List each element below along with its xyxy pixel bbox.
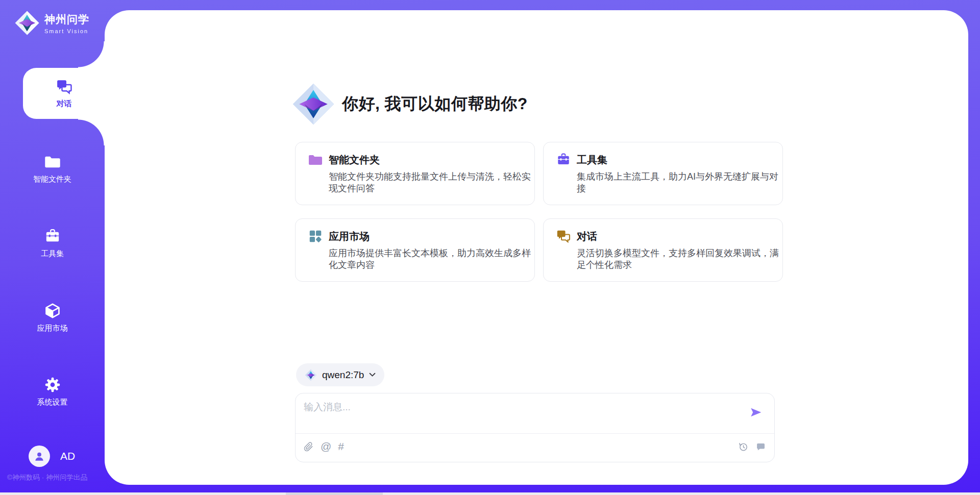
history-icon (738, 441, 749, 452)
composer-divider (296, 433, 774, 434)
toolbox-icon (44, 228, 61, 245)
brand-subtitle: Smart Vision (44, 28, 89, 34)
topic-button[interactable]: # (338, 439, 344, 454)
card-description: 集成市场上主流工具，助力AI与外界无缝扩展与对接 (577, 171, 780, 194)
sidebar-item-label: 智能文件夹 (33, 175, 71, 184)
assistant-diamond-icon (291, 82, 335, 126)
card-description: 应用市场提供丰富长文本模板，助力高效生成多样化文章内容 (329, 247, 532, 271)
model-selector[interactable]: qwen2:7b (296, 363, 384, 386)
sidebar-item-toolset[interactable]: 工具集 (0, 228, 105, 259)
sidebar-item-chat[interactable]: 对话 (23, 68, 105, 119)
brand-name: 神州问学 (44, 12, 89, 27)
horizontal-scrollbar[interactable] (0, 492, 980, 495)
sidebar-item-app-market[interactable]: 应用市场 (0, 302, 105, 333)
person-icon (33, 450, 46, 463)
copyright-footer: ©神州数码 · 神州问学出品 (7, 473, 87, 482)
sidebar-item-label: 对话 (57, 99, 72, 109)
chat-bubble-icon (755, 441, 766, 452)
send-button[interactable] (749, 405, 763, 419)
folder-icon (44, 153, 61, 170)
sidebar-item-label: 应用市场 (37, 324, 68, 333)
folder-icon (308, 152, 323, 167)
model-name: qwen2:7b (322, 369, 364, 381)
sidebar-item-label: 系统设置 (37, 398, 68, 407)
new-chat-button[interactable] (755, 439, 766, 454)
message-input[interactable] (304, 401, 727, 430)
sidebar-item-smart-folder[interactable]: 智能文件夹 (0, 153, 105, 184)
brand-diamond-icon (14, 10, 40, 36)
main-panel: 你好, 我可以如何帮助你? 智能文件夹 智能文件夹功能支持批量文件上传与清洗，轻… (105, 10, 968, 485)
card-title: 智能文件夹 (329, 153, 380, 167)
active-tab-top-flare (78, 41, 105, 68)
gear-icon (44, 376, 61, 393)
user-profile[interactable]: AD (29, 445, 75, 467)
sidebar-item-settings[interactable]: 系统设置 (0, 376, 105, 407)
chat-icon (556, 229, 571, 244)
avatar (29, 445, 50, 467)
model-diamond-icon (305, 369, 317, 381)
card-smart-folder[interactable]: 智能文件夹 智能文件夹功能支持批量文件上传与清洗，轻松实现文件问答 (295, 142, 535, 205)
message-composer: @ # (295, 393, 775, 462)
card-description: 智能文件夹功能支持批量文件上传与清洗，轻松实现文件问答 (329, 171, 532, 194)
active-tab-bottom-flare (78, 118, 105, 145)
greeting-title: 你好, 我可以如何帮助你? (342, 93, 528, 115)
card-chat[interactable]: 对话 灵活切换多模型文件，支持多样回复效果调试，满足个性化需求 (543, 218, 783, 282)
user-name: AD (60, 450, 75, 462)
chevron-down-icon (369, 372, 376, 378)
history-button[interactable] (738, 439, 749, 454)
attach-file-button[interactable] (303, 439, 314, 454)
apps-grid-icon (308, 229, 323, 244)
cube-icon (44, 302, 61, 319)
toolbox-icon (556, 152, 571, 167)
send-icon (749, 405, 763, 419)
card-title: 工具集 (577, 153, 607, 167)
feature-cards: 智能文件夹 智能文件夹功能支持批量文件上传与清洗，轻松实现文件问答 (295, 142, 783, 282)
card-description: 灵活切换多模型文件，支持多样回复效果调试，满足个性化需求 (577, 247, 780, 271)
card-toolset[interactable]: 工具集 集成市场上主流工具，助力AI与外界无缝扩展与对接 (543, 142, 783, 205)
brand-logo: 神州问学 Smart Vision (14, 10, 89, 36)
paperclip-icon (303, 441, 314, 452)
card-title: 应用市场 (329, 230, 370, 243)
chat-icon (56, 78, 73, 95)
card-title: 对话 (577, 230, 597, 243)
at-icon: @ (321, 439, 331, 454)
card-app-market[interactable]: 应用市场 应用市场提供丰富长文本模板，助力高效生成多样化文章内容 (295, 218, 535, 282)
scrollbar-thumb[interactable] (286, 492, 383, 495)
sidebar-item-label: 工具集 (41, 249, 64, 259)
hash-icon: # (338, 439, 344, 454)
mention-button[interactable]: @ (321, 439, 331, 454)
greeting: 你好, 我可以如何帮助你? (291, 82, 528, 126)
